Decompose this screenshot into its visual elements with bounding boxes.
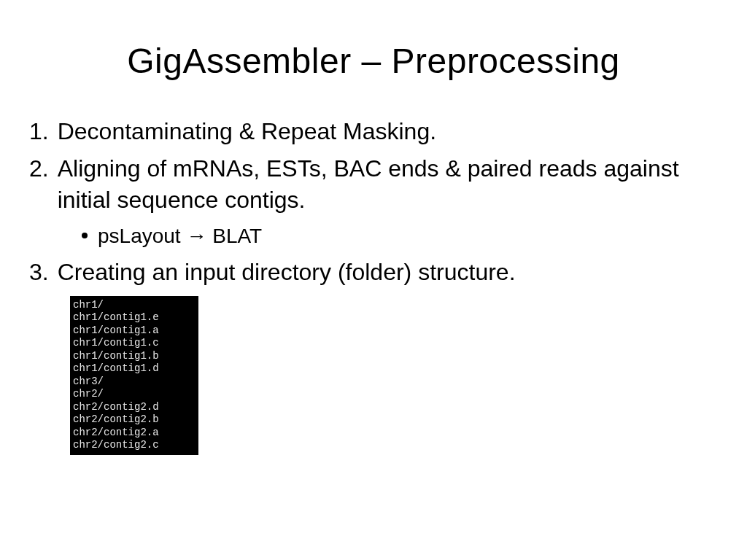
item-number: 1. [29, 116, 58, 147]
item-text: Creating an input directory (folder) str… [58, 257, 718, 288]
list-item: 2. Aligning of mRNAs, ESTs, BAC ends & p… [29, 153, 718, 216]
item-text: Decontaminating & Repeat Masking. [58, 116, 718, 147]
terminal-line: chr1/contig1.a [73, 324, 194, 338]
sub-item: psLayout → BLAT [82, 222, 718, 250]
item-number: 3. [29, 257, 58, 288]
item-text: Aligning of mRNAs, ESTs, BAC ends & pair… [58, 153, 718, 216]
list-item: 1. Decontaminating & Repeat Masking. [29, 116, 718, 147]
terminal-line: chr1/contig1.e [73, 311, 194, 324]
terminal-line: chr2/contig2.a [73, 427, 194, 440]
terminal-output: chr1/ chr1/contig1.e chr1/contig1.a chr1… [70, 296, 198, 455]
bullet-icon [82, 233, 88, 238]
terminal-line: chr2/contig2.d [73, 401, 194, 414]
terminal-line: chr1/contig1.d [73, 362, 194, 376]
terminal-line: chr2/contig2.c [73, 439, 194, 452]
terminal-line: chr1/contig1.b [73, 350, 194, 363]
slide-title: GigAssembler – Preprocessing [29, 41, 718, 81]
terminal-line: chr3/ [73, 376, 194, 389]
terminal-line: chr1/ [73, 299, 194, 312]
sub-item-text: psLayout → BLAT [98, 222, 262, 250]
terminal-line: chr1/contig1.c [73, 337, 194, 350]
outline-list: 1. Decontaminating & Repeat Masking. 2. … [29, 116, 718, 455]
item-number: 2. [29, 153, 58, 216]
list-item: 3. Creating an input directory (folder) … [29, 257, 718, 288]
terminal-line: chr2/contig2.b [73, 413, 194, 427]
slide: GigAssembler – Preprocessing 1. Decontam… [0, 0, 747, 560]
terminal-line: chr2/ [73, 388, 194, 401]
